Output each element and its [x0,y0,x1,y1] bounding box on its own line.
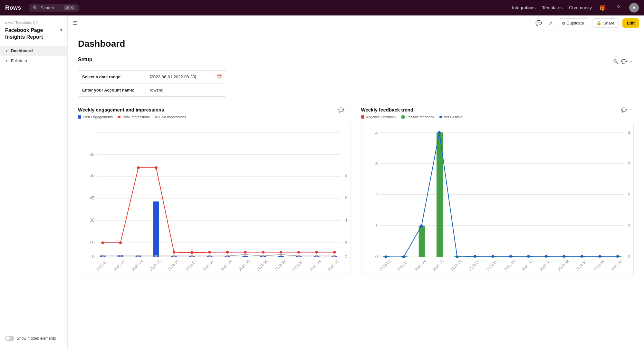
engagement-chart-actions: 💬 ⋯ [338,107,351,112]
chevron-right-icon-2: ► [5,59,8,63]
svg-point-124 [509,255,512,258]
svg-point-128 [580,255,583,258]
svg-text:45: 45 [90,195,95,200]
setup-section: Setup 🔍 💬 ⋯ Select a date range: [2022-0… [78,57,634,97]
setup-account-value[interactable]: rowshq [146,85,226,95]
svg-point-62 [137,255,139,257]
account-name-text: rowshq [150,88,163,92]
edit-label: Edit [627,21,635,25]
show-hidden-label: Show hidden elements [17,336,56,341]
svg-text:2022-30: 2022-30 [521,259,534,272]
sidebar-report-title: Facebook Page Insights Report ▾ [0,27,67,46]
analytics-icon[interactable]: ↗ [547,19,554,27]
svg-text:3: 3 [375,161,378,166]
svg-text:2022-33: 2022-33 [574,259,587,271]
svg-point-67 [226,255,228,257]
svg-text:2022-31: 2022-31 [256,259,268,271]
svg-text:2022-30: 2022-30 [238,259,251,272]
svg-text:1: 1 [628,223,630,228]
setup-date-row: Select a date range: [2022-06-01;2022-08… [78,71,226,83]
legend-paid-label: Paid impressions [159,115,186,119]
legend-net-label: Net Positive [444,115,463,119]
svg-text:2022-35: 2022-35 [327,259,340,271]
svg-text:2022-29: 2022-29 [503,259,516,271]
main-content: ☰ 💬 ↗ ⧉ Duplicate 🔒 Share Edit Dashboard [68,15,644,350]
templates-link[interactable]: Templates [542,5,562,10]
legend-post-dot [78,115,81,119]
setup-date-value[interactable]: [2022-06-01;2022-08-30] 📅 [146,72,226,82]
svg-text:60: 60 [90,173,95,178]
integrations-link[interactable]: Integrations [512,5,535,10]
svg-point-129 [598,255,601,258]
sidebar-item-label-2: Full data [11,58,27,63]
svg-text:4: 4 [375,130,378,135]
svg-point-71 [298,255,300,257]
engagement-chart-container: 0 15 30 45 60 60 0 4 6 8 2 [78,123,351,275]
community-link[interactable]: Community [569,5,592,10]
calendar-icon[interactable]: 📅 [217,74,222,79]
svg-text:2022-27: 2022-27 [467,259,480,271]
svg-text:2: 2 [345,240,347,245]
user-avatar[interactable]: A [629,3,639,13]
svg-point-53 [226,251,229,254]
comment-icon[interactable]: 💬 [534,19,543,27]
app-logo[interactable]: Rows [5,5,21,11]
svg-point-56 [280,251,283,254]
feedback-chart-svg: 0 1 2 3 4 0 1 2 3 4 2022-22 [361,123,634,273]
setup-title: Setup [78,57,92,63]
engagement-comment-icon[interactable]: 💬 [338,107,344,112]
engagement-more-icon[interactable]: ⋯ [346,107,351,112]
edit-button[interactable]: Edit [622,18,639,28]
svg-rect-40 [243,256,248,257]
legend-post-label: Post Engagements [83,115,113,119]
sidebar-item-full-data[interactable]: ► Full data [0,56,67,66]
svg-point-60 [101,255,104,257]
svg-point-61 [119,255,121,257]
svg-text:2022-24: 2022-24 [414,259,427,272]
duplicate-button[interactable]: ⧉ Duplicate [558,18,588,28]
share-button[interactable]: 🔒 Share [592,18,619,28]
sidebar-toggle-icon[interactable]: ☰ [73,20,77,26]
setup-comment-icon[interactable]: 💬 [621,59,627,64]
svg-point-58 [315,251,318,254]
chevron-right-icon: ► [5,49,8,53]
feedback-chart-header: Weekly feedback trend 💬 ⋯ [361,107,634,112]
share-icon: 🔒 [596,21,601,25]
svg-text:0: 0 [375,254,378,259]
svg-text:2022-35: 2022-35 [610,259,623,271]
feedback-more-icon[interactable]: ⋯ [629,107,634,112]
sidebar-item-dashboard[interactable]: ► Dashboard [0,46,67,56]
engagement-chart-title: Weekly engagement and impressions [78,107,164,112]
svg-text:30: 30 [90,218,95,223]
page-body: Dashboard Setup 🔍 💬 ⋯ Select a date rang… [68,31,644,350]
setup-more-icon[interactable]: ⋯ [629,59,634,64]
feedback-comment-icon[interactable]: 💬 [621,107,627,112]
svg-point-48 [137,166,140,169]
main-toolbar: ☰ 💬 ↗ ⧉ Duplicate 🔒 Share Edit [68,15,644,31]
svg-point-63 [155,255,157,257]
date-range-text: [2022-06-01;2022-08-30] [150,74,196,79]
search-shortcut: ⌘ K [64,5,75,10]
svg-rect-35 [153,201,159,257]
sidebar-title-chevron-icon[interactable]: ▾ [60,28,62,33]
svg-point-127 [562,255,565,258]
svg-point-66 [208,255,211,257]
svg-text:2022-22: 2022-22 [378,259,391,271]
svg-point-118 [402,256,405,258]
breadcrumb: rows / Templates 3.0 [0,21,67,27]
setup-controls: Select a date range: [2022-06-01;2022-08… [78,70,226,97]
gift-icon[interactable]: 🎁 [598,3,607,12]
search-bar[interactable]: 🔍 Search ⌘ K [29,4,79,12]
legend-impressions-dot [118,116,120,118]
feedback-legend: Negative Feedback Positive feedback Net … [361,115,634,119]
app-layout: rows / Templates 3.0 Facebook Page Insig… [0,15,644,350]
help-icon[interactable]: ? [614,3,623,12]
search-icon: 🔍 [33,5,38,10]
setup-search-icon[interactable]: 🔍 [613,59,619,64]
svg-text:1: 1 [375,223,378,228]
svg-point-120 [438,131,441,134]
svg-text:2022-26: 2022-26 [450,259,462,271]
show-hidden-toggle[interactable] [5,336,14,341]
sidebar: rows / Templates 3.0 Facebook Page Insig… [0,15,68,350]
legend-net-dot [439,116,442,118]
